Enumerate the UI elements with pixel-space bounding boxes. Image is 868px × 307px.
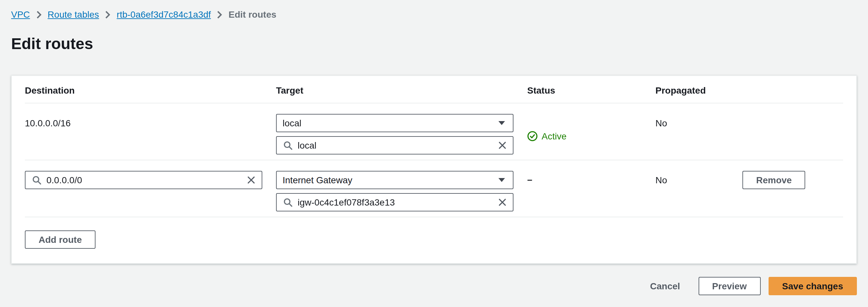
target-search-box [276, 193, 514, 212]
target-search-input[interactable] [292, 197, 498, 207]
breadcrumb-current: Edit routes [228, 8, 276, 20]
target-type-value: local [283, 118, 302, 128]
column-header-actions [742, 85, 843, 95]
target-type-select[interactable]: local [276, 114, 514, 132]
x-icon [498, 141, 506, 149]
clear-button[interactable] [498, 198, 506, 206]
search-icon [283, 198, 292, 207]
edit-routes-page: VPC Route tables rtb-0a6ef3d7c84c1a3df E… [0, 0, 868, 307]
status-empty: – [527, 171, 655, 212]
search-icon [283, 141, 292, 150]
target-search-input[interactable] [292, 140, 498, 150]
save-changes-button[interactable]: Save changes [768, 277, 857, 295]
chevron-right-icon [36, 10, 42, 19]
destination-value: 10.0.0.0/16 [25, 114, 276, 155]
page-title: Edit routes [11, 34, 857, 53]
column-header-propagated: Propagated [655, 85, 742, 95]
caret-down-icon [498, 178, 505, 182]
status-label: Active [541, 131, 566, 141]
status-badge: Active [527, 114, 655, 155]
row-actions [742, 114, 843, 155]
breadcrumb: VPC Route tables rtb-0a6ef3d7c84c1a3df E… [11, 8, 857, 20]
x-icon [498, 198, 506, 206]
destination-controls [25, 171, 276, 212]
clear-button[interactable] [498, 141, 506, 149]
viewport: VPC Route tables rtb-0a6ef3d7c84c1a3df E… [0, 0, 868, 307]
edit-routes-card: Destination Target Status Propagated 10.… [11, 75, 857, 264]
column-header-target: Target [276, 85, 527, 95]
table-row: 10.0.0.0/16 local [25, 104, 843, 160]
preview-button[interactable]: Preview [698, 277, 761, 295]
chevron-right-icon [217, 10, 223, 19]
card-footer: Add route [25, 217, 843, 263]
footer-actions: Cancel Preview Save changes [11, 277, 857, 295]
destination-search-input[interactable] [41, 175, 247, 185]
destination-search-box [25, 171, 262, 189]
breadcrumb-link-route-tables[interactable]: Route tables [48, 8, 99, 20]
target-search-box [276, 136, 514, 155]
breadcrumb-link-route-table-id[interactable]: rtb-0a6ef3d7c84c1a3df [117, 8, 211, 20]
propagated-value: No [655, 114, 742, 155]
cancel-button[interactable]: Cancel [650, 281, 680, 291]
search-icon [32, 175, 41, 185]
target-controls: local [276, 114, 527, 155]
caret-down-icon [498, 121, 505, 125]
clear-button[interactable] [247, 176, 255, 184]
column-header-destination: Destination [25, 85, 276, 95]
column-header-status: Status [527, 85, 655, 95]
target-type-select[interactable]: Internet Gateway [276, 171, 514, 189]
row-actions: Remove [742, 171, 843, 212]
chevron-right-icon [105, 10, 111, 19]
table-header-row: Destination Target Status Propagated [25, 76, 843, 104]
breadcrumb-link-vpc[interactable]: VPC [11, 8, 30, 20]
target-controls: Internet Gateway [276, 171, 527, 212]
propagated-value: No [655, 171, 742, 212]
x-icon [247, 176, 255, 184]
check-circle-icon [527, 131, 538, 141]
add-route-button[interactable]: Add route [25, 230, 95, 249]
remove-button[interactable]: Remove [742, 171, 806, 189]
target-type-value: Internet Gateway [283, 175, 352, 185]
table-row: Internet Gateway – No [25, 160, 843, 217]
